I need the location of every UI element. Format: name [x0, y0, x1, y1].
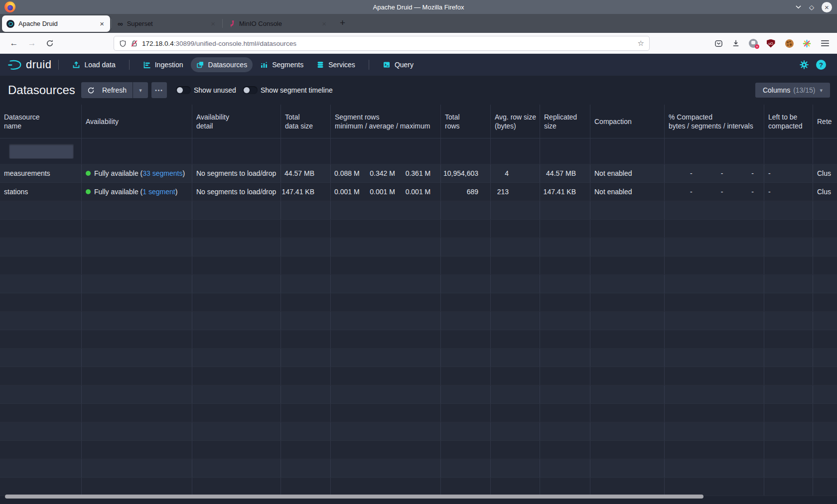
segments-link[interactable]: 1 segment	[142, 188, 175, 196]
minio-favicon-icon	[229, 20, 235, 27]
query-icon	[383, 61, 391, 69]
col-header-sublabel: rows	[445, 122, 460, 130]
asterisk-extension-button[interactable]	[800, 33, 814, 54]
page-header: Datasources Refresh ▾ ••• Show unused Sh…	[0, 76, 837, 105]
pocket-button[interactable]	[711, 33, 725, 54]
window-maximize-button[interactable]: ◇	[809, 3, 814, 11]
druid-logo[interactable]: druid	[7, 58, 51, 71]
empty-row	[0, 404, 837, 422]
back-button[interactable]: ←	[7, 33, 21, 54]
bookmark-star-icon[interactable]: ☆	[638, 39, 644, 48]
nav-ingestion[interactable]: Ingestion	[138, 57, 189, 72]
col-header-pct_compacted[interactable]: % Compactedbytes / segments / intervals	[665, 105, 764, 138]
filter-cell-total_data_size	[281, 138, 331, 164]
empty-row	[0, 275, 837, 293]
col-header-sublabel: compacted	[768, 122, 802, 130]
menu-button[interactable]	[818, 33, 832, 54]
show-segment-timeline-toggle[interactable]	[243, 86, 258, 94]
refresh-dropdown-button[interactable]: ▾	[133, 82, 148, 98]
col-header-label: Total	[285, 113, 300, 121]
url-bar[interactable]: 172.18.0.4:30899/unified-console.html#da…	[114, 36, 650, 51]
help-button[interactable]: ?	[816, 60, 826, 70]
filter-cell-replicated_size	[540, 138, 590, 164]
url-text[interactable]: 172.18.0.4:30899/unified-console.html#da…	[142, 40, 634, 47]
datasource-row[interactable]: measurementsFully available (33 segments…	[0, 164, 837, 183]
shield-icon[interactable]	[119, 40, 127, 47]
cell-total_data_size: 147.41 KB	[281, 183, 331, 201]
cell-compaction: Not enabled	[590, 164, 665, 182]
color-asterisk-icon	[803, 39, 811, 48]
col-header-label: Replicated	[544, 113, 577, 121]
filter-cell-name	[0, 138, 82, 164]
col-header-total_rows[interactable]: Totalrows	[441, 105, 491, 138]
cell-pct_compacted: ---	[665, 183, 764, 201]
col-header-compaction[interactable]: Compaction	[590, 105, 665, 138]
col-header-name[interactable]: Datasourcename	[0, 105, 82, 138]
col-header-label: Compaction	[594, 118, 632, 126]
cell-left_compacted: -	[764, 183, 813, 201]
datasource-row[interactable]: stationsFully available (1 segment)No se…	[0, 183, 837, 201]
downloads-button[interactable]	[729, 33, 743, 54]
horizontal-scrollbar[interactable]	[5, 495, 703, 499]
col-header-segment_rows[interactable]: Segment rowsminimum / average / maximum	[331, 105, 441, 138]
empty-row	[0, 441, 837, 459]
nav-segments[interactable]: Segments	[255, 57, 309, 72]
col-header-total_data_size[interactable]: Totaldata size	[281, 105, 331, 138]
pocket-icon	[714, 39, 723, 48]
col-header-label: Total	[445, 113, 460, 121]
nav-services[interactable]: Services	[311, 57, 361, 72]
ublock-button[interactable]: uO	[764, 33, 778, 54]
columns-label: Columns	[763, 86, 790, 94]
col-header-availability[interactable]: Availability	[82, 105, 192, 138]
cell-total_rows: 689	[441, 183, 491, 201]
segments-link[interactable]: 33 segments	[142, 169, 182, 177]
columns-selector-button[interactable]: Columns (13/15) ▾	[755, 83, 830, 98]
tab-minio-console[interactable]: MinIO Console ×	[224, 15, 332, 32]
more-actions-button[interactable]: •••	[151, 82, 167, 98]
col-header-retention[interactable]: Rete	[813, 105, 837, 138]
tab-close-icon[interactable]: ×	[320, 19, 328, 28]
show-unused-toggle[interactable]	[176, 86, 191, 94]
availability-dot-icon	[86, 171, 91, 176]
col-header-sublabel: detail	[196, 122, 213, 130]
tab-apache-druid[interactable]: Apache Druid ×	[2, 15, 110, 32]
window-close-button[interactable]: ×	[822, 2, 832, 12]
refresh-button[interactable]: Refresh	[81, 82, 133, 98]
col-header-detail[interactable]: Availabilitydetail	[192, 105, 281, 138]
col-header-label: Availability	[86, 118, 119, 126]
col-header-label: Rete	[817, 118, 832, 126]
col-header-left_compacted[interactable]: Left to becompacted	[764, 105, 813, 138]
cell-pct_compacted: ---	[665, 164, 764, 182]
nav-item-label: Ingestion	[155, 61, 183, 69]
filter-cell-availability	[82, 138, 192, 164]
chevron-down-icon	[795, 5, 802, 9]
nav-load-data[interactable]: Load data	[67, 57, 121, 72]
col-header-avg_row_size[interactable]: Avg. row size(bytes)	[491, 105, 540, 138]
cell-replicated_size: 44.57 MB	[540, 164, 590, 182]
settings-gear-button[interactable]	[799, 60, 809, 70]
col-header-replicated_size[interactable]: Replicatedsize	[540, 105, 590, 138]
chevron-down-icon: ▾	[820, 87, 823, 94]
forward-button[interactable]: →	[25, 33, 39, 54]
new-tab-button[interactable]: +	[337, 17, 348, 28]
tab-close-icon[interactable]: ×	[98, 19, 106, 28]
nav-query[interactable]: Query	[377, 57, 419, 72]
insecure-lock-icon[interactable]	[131, 40, 138, 47]
filter-cell-pct_compacted	[665, 138, 764, 164]
cookie-extension-button[interactable]	[782, 33, 796, 54]
load-data-icon	[72, 61, 80, 69]
cell-left_compacted: -	[764, 164, 813, 182]
datasource-name-filter-input[interactable]	[9, 144, 74, 159]
tab-close-icon[interactable]: ×	[209, 19, 217, 28]
empty-row	[0, 459, 837, 478]
cell-retention: Clus	[813, 183, 837, 201]
col-header-label: Segment rows	[335, 113, 379, 121]
reload-button[interactable]	[43, 33, 57, 54]
help-icon: ?	[819, 61, 823, 69]
nav-datasources[interactable]: Datasources	[191, 57, 253, 72]
extension-button[interactable]: ×	[746, 33, 760, 54]
cell-total_rows: 10,954,603	[441, 164, 491, 182]
tab-superset[interactable]: ∞ Superset ×	[113, 15, 221, 32]
empty-row	[0, 422, 837, 441]
window-minimize-button[interactable]	[795, 5, 802, 9]
